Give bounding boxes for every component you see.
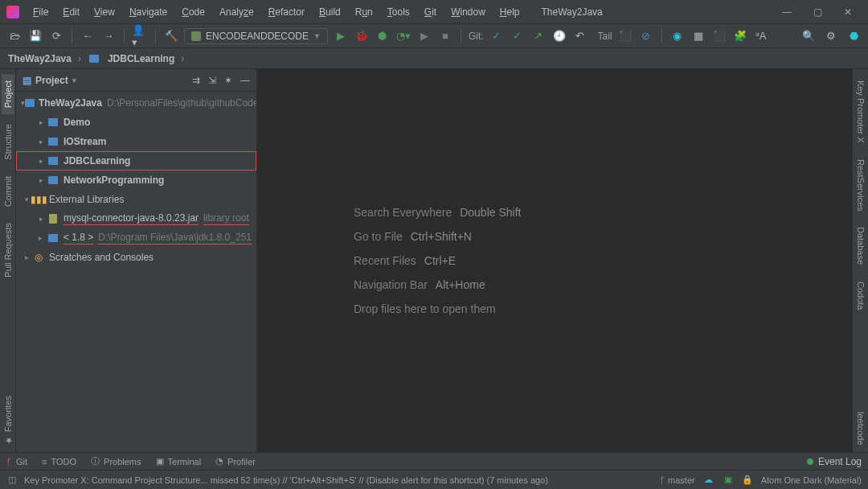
run-icon[interactable]: ▶ <box>333 28 349 44</box>
main-menu: File Edit View Navigate Code Analyze Ref… <box>27 4 526 20</box>
tail-label[interactable]: Tail <box>598 31 612 42</box>
gear-icon[interactable]: ✶ <box>224 75 232 86</box>
run-config-label: ENCODEANDDECODE <box>206 31 309 42</box>
attach-icon[interactable]: ▶ <box>416 28 432 44</box>
plugin-icon[interactable]: ⬛ <box>711 28 727 44</box>
forward-icon[interactable]: → <box>100 28 117 44</box>
breadcrumb-module[interactable]: JDBCLearning <box>108 53 174 64</box>
tab-database[interactable]: Database <box>854 220 867 271</box>
tree-external-libs[interactable]: ▾▮▮▮ External Libraries <box>16 190 256 209</box>
close-button[interactable]: ✕ <box>842 6 854 18</box>
tree-root[interactable]: ▾ TheWay2Java D:\PersonalFiles\github\gi… <box>16 93 256 113</box>
tree-module-iostream[interactable]: ▸ IOStream <box>16 132 256 151</box>
tail-icon[interactable]: ⬛ <box>617 28 633 44</box>
vcs-update-icon[interactable]: ✓ <box>489 28 505 44</box>
maximize-button[interactable]: ▢ <box>812 6 823 18</box>
vcs-commit-icon[interactable]: ✓ <box>510 28 526 44</box>
left-tool-gutter: Project Structure Commit Pull Requests ★… <box>0 69 16 452</box>
hide-icon[interactable]: — <box>240 75 250 86</box>
translate-icon[interactable]: ᵃA <box>753 28 769 44</box>
sync-icon[interactable]: ⟳ <box>48 28 64 44</box>
stop-icon[interactable]: ■ <box>437 28 453 44</box>
tree-module-network[interactable]: ▸ NetworkProgramming <box>16 171 256 190</box>
tab-structure[interactable]: Structure <box>2 117 14 166</box>
puzzle-icon[interactable]: 🧩 <box>732 28 748 44</box>
run-config-selector[interactable]: ENCODEANDDECODE ▼ <box>184 28 328 44</box>
tab-codota[interactable]: Codota <box>854 275 867 316</box>
status-window-icon[interactable]: ◫ <box>6 475 18 486</box>
minimize-button[interactable]: — <box>781 6 792 18</box>
menu-edit[interactable]: Edit <box>57 4 85 20</box>
open-icon[interactable]: 🗁 <box>6 28 23 44</box>
tree-root-path: D:\PersonalFiles\github\githubCode <box>107 97 256 109</box>
hint-drop-files: Drop files here to open them <box>354 297 496 321</box>
tab-profiler[interactable]: ◔Profiler <box>215 456 256 466</box>
vcs-rollback-icon[interactable]: ↶ <box>572 28 588 44</box>
coverage-icon[interactable]: ⬢ <box>375 28 391 44</box>
menu-file[interactable]: File <box>27 4 54 20</box>
menu-tools[interactable]: Tools <box>382 4 416 20</box>
breadcrumb-root[interactable]: TheWay2Java <box>8 53 72 64</box>
back-icon[interactable]: ← <box>80 28 96 44</box>
save-icon[interactable]: 💾 <box>27 28 43 44</box>
tab-git[interactable]: ᚶGit <box>6 457 27 466</box>
expand-all-icon[interactable]: ⇲ <box>208 75 216 86</box>
menu-build[interactable]: Build <box>313 4 346 20</box>
module-icon <box>88 53 100 64</box>
tree-lib-jdk[interactable]: ▸ < 1.8 > D:\Program Files\Java\jdk1.8.0… <box>16 228 256 248</box>
menu-help[interactable]: Help <box>494 4 526 20</box>
tab-leetcode[interactable]: leetcode <box>854 405 867 452</box>
editor-empty[interactable]: Search EverywhereDouble Shift Go to File… <box>257 69 852 452</box>
search-icon[interactable]: 🔍 <box>800 28 817 44</box>
shield-icon[interactable]: ⬣ <box>845 28 862 44</box>
settings-icon[interactable]: ⚙ <box>823 28 839 44</box>
codota-icon[interactable]: ◉ <box>669 28 686 44</box>
tab-project[interactable]: Project <box>2 74 14 114</box>
build-icon[interactable]: 🔨 <box>163 28 179 44</box>
menu-run[interactable]: Run <box>350 4 379 20</box>
hint-recent-files: Recent FilesCtrl+E <box>354 249 456 273</box>
tab-terminal[interactable]: ▣Terminal <box>156 456 202 466</box>
tab-favorites[interactable]: ★ Favorites <box>1 389 14 452</box>
tree-module-jdbclearning[interactable]: ▸ JDBCLearning <box>16 151 256 171</box>
git-branch[interactable]: ᚶ master <box>660 475 695 485</box>
tab-problems[interactable]: ⓘProblems <box>91 455 141 467</box>
tab-pull-requests[interactable]: Pull Requests <box>2 216 14 284</box>
menu-navigate[interactable]: Navigate <box>124 4 173 20</box>
project-panel-header: ▤ Project ▾ ⇉ ⇲ ✶ — <box>16 69 256 92</box>
tab-commit[interactable]: Commit <box>2 170 14 213</box>
menu-git[interactable]: Git <box>419 4 442 20</box>
tree-scratches[interactable]: ▸◎ Scratches and Consoles <box>16 248 256 267</box>
status-bar: ◫ Key Promoter X: Command Project Struct… <box>0 470 868 489</box>
status-sync-icon[interactable]: ☁ <box>703 475 714 486</box>
project-tree[interactable]: ▾ TheWay2Java D:\PersonalFiles\github\gi… <box>16 92 256 452</box>
profile-icon[interactable]: ◔▾ <box>395 28 411 44</box>
tab-event-log[interactable]: Event Log <box>818 456 862 467</box>
select-opened-icon[interactable]: ⇉ <box>192 75 200 86</box>
blocked-icon[interactable]: ⊘ <box>638 28 654 44</box>
user-icon[interactable]: 👤▾ <box>132 28 148 44</box>
vcs-history-icon[interactable]: 🕘 <box>551 28 567 44</box>
tab-todo[interactable]: ≡TODO <box>42 457 76 466</box>
tab-key-promoter[interactable]: Key Promoter X <box>854 74 867 150</box>
project-panel-title[interactable]: ▤ Project ▾ <box>23 75 76 86</box>
debug-icon[interactable]: 🐞 <box>354 28 370 44</box>
status-theme[interactable]: Atom One Dark (Material) <box>761 475 862 485</box>
grid-icon[interactable]: ▦ <box>690 28 706 44</box>
hint-search-everywhere: Search EverywhereDouble Shift <box>354 200 521 224</box>
chevron-right-icon: › <box>75 53 84 64</box>
status-lock-icon[interactable]: 🔒 <box>742 475 753 486</box>
vcs-push-icon[interactable]: ↗ <box>530 28 547 44</box>
chevron-down-icon: ▼ <box>313 32 321 40</box>
menu-view[interactable]: View <box>88 4 121 20</box>
tree-lib-mysql[interactable]: ▸ mysql-connector-java-8.0.23.jar librar… <box>16 209 256 228</box>
chevron-right-icon: › <box>178 53 187 64</box>
status-run-icon[interactable]: ▣ <box>723 475 734 486</box>
tab-rest-services[interactable]: RestServices <box>854 153 867 218</box>
menu-code[interactable]: Code <box>176 4 211 20</box>
bottom-toolbar: ᚶGit ≡TODO ⓘProblems ▣Terminal ◔Profiler… <box>0 452 868 470</box>
menu-window[interactable]: Window <box>445 4 491 20</box>
menu-analyze[interactable]: Analyze <box>214 4 260 20</box>
menu-refactor[interactable]: Refactor <box>263 4 310 20</box>
tree-module-demo[interactable]: ▸ Demo <box>16 113 256 132</box>
